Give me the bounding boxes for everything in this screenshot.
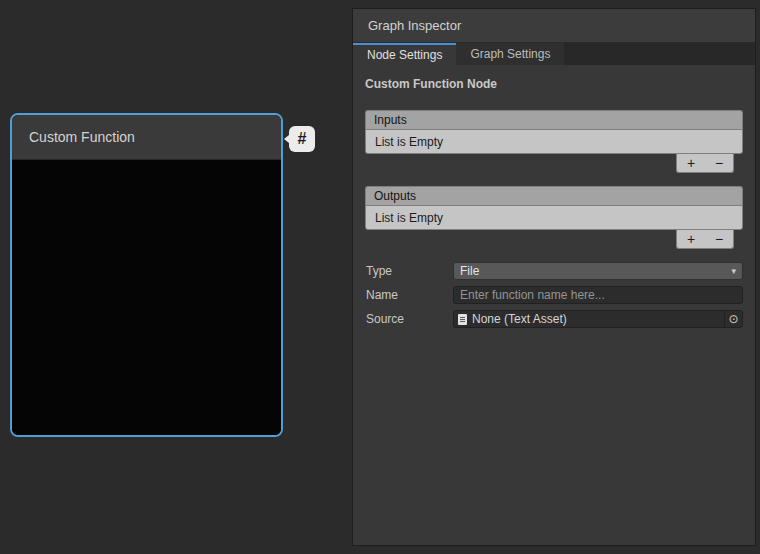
outputs-add-button[interactable]: + [680, 231, 702, 248]
inputs-list-footer: + − [365, 154, 743, 173]
inputs-list-header: Inputs [365, 110, 743, 129]
outputs-empty-row: List is Empty [365, 205, 743, 230]
chevron-down-icon: ▾ [731, 266, 736, 276]
outputs-list-toolbar: + − [676, 230, 734, 249]
graph-inspector-panel: Graph Inspector Node Settings Graph Sett… [352, 8, 756, 546]
type-dropdown-value: File [460, 264, 479, 278]
source-label: Source [365, 312, 453, 326]
name-label: Name [365, 288, 453, 302]
tab-bar: Node Settings Graph Settings [353, 43, 755, 65]
inspector-content: Custom Function Node Inputs List is Empt… [353, 65, 755, 328]
tab-node-settings[interactable]: Node Settings [353, 43, 456, 65]
inputs-list: Inputs List is Empty + − [365, 110, 743, 173]
node-settings-form: Type File ▾ Name Source None (Text Asset… [365, 262, 743, 328]
source-object-value: None (Text Asset) [472, 312, 567, 326]
name-row: Name [365, 286, 743, 304]
inputs-list-toolbar: + − [676, 154, 734, 173]
inputs-empty-row: List is Empty [365, 129, 743, 154]
text-asset-icon [458, 314, 467, 325]
inputs-remove-button[interactable]: − [708, 155, 730, 172]
node-body [12, 160, 281, 437]
panel-title: Graph Inspector [368, 18, 461, 33]
hash-badge: # [289, 126, 315, 152]
outputs-remove-button[interactable]: − [708, 231, 730, 248]
source-row: Source None (Text Asset) ⊙ [365, 310, 743, 328]
type-row: Type File ▾ [365, 262, 743, 280]
panel-header[interactable]: Graph Inspector [353, 9, 755, 43]
custom-function-node[interactable]: Custom Function [10, 113, 283, 437]
function-name-input[interactable] [453, 286, 743, 304]
graph-canvas[interactable]: Custom Function # [0, 0, 352, 554]
inputs-add-button[interactable]: + [680, 155, 702, 172]
outputs-list-header: Outputs [365, 186, 743, 205]
node-title: Custom Function [12, 115, 281, 160]
type-dropdown[interactable]: File ▾ [453, 262, 743, 280]
section-title: Custom Function Node [365, 77, 743, 91]
outputs-list: Outputs List is Empty + − [365, 186, 743, 249]
type-label: Type [365, 264, 453, 278]
object-picker-icon[interactable]: ⊙ [724, 311, 742, 327]
outputs-list-footer: + − [365, 230, 743, 249]
tab-graph-settings[interactable]: Graph Settings [456, 43, 564, 65]
hash-badge-label: # [298, 130, 307, 148]
source-object-field[interactable]: None (Text Asset) ⊙ [453, 310, 743, 328]
